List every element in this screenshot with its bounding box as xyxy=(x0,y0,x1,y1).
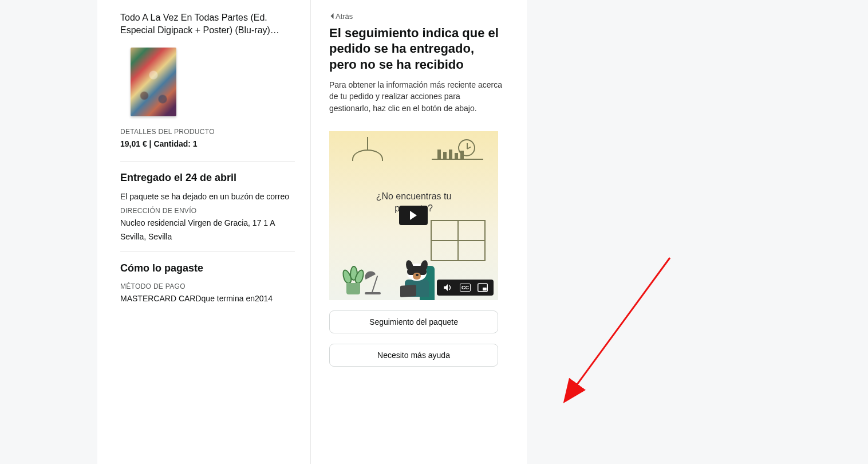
separator xyxy=(120,251,295,252)
svg-line-2 xyxy=(575,258,670,387)
volume-icon[interactable] xyxy=(443,283,453,292)
help-body: Para obtener la información más reciente… xyxy=(329,79,504,114)
window-icon xyxy=(431,220,486,261)
need-more-help-button[interactable]: Necesito más ayuda xyxy=(329,344,498,367)
plant-icon xyxy=(342,254,365,294)
column-divider xyxy=(310,0,311,464)
play-button[interactable] xyxy=(399,206,428,225)
payment-method-value: MASTERCARD CARDque termina en2014 xyxy=(120,294,295,303)
dog-illustration xyxy=(397,257,437,297)
back-link[interactable]: Atrás xyxy=(329,12,353,21)
order-details-column: Todo A La Vez En Todas Partes (Ed. Espec… xyxy=(97,0,312,464)
svg-rect-1 xyxy=(483,288,487,290)
track-package-button[interactable]: Seguimiento del paquete xyxy=(329,310,498,333)
desk-lamp-icon xyxy=(362,266,385,294)
product-details-label: DETALLES DEL PRODUCTO xyxy=(120,128,295,136)
help-column: Atrás El seguimiento indica que el pedid… xyxy=(312,0,527,464)
address-line-1: Nucleo residencial Virgen de Gracia, 17 … xyxy=(120,218,295,227)
delivery-status: El paquete se ha dejado en un buzón de c… xyxy=(120,192,295,201)
separator xyxy=(120,161,295,162)
payment-heading: Cómo lo pagaste xyxy=(120,262,295,274)
address-line-2: Sevilla, Sevilla xyxy=(120,232,295,241)
lamp-icon xyxy=(352,137,383,171)
pip-icon[interactable] xyxy=(478,283,488,292)
product-title: Todo A La Vez En Todas Partes (Ed. Espec… xyxy=(120,11,295,37)
payment-method-label: MÉTODO DE PAGO xyxy=(120,282,295,290)
shipping-address-label: DIRECCIÓN DE ENVÍO xyxy=(120,207,295,215)
help-video[interactable]: ¿No encuentras tu paquete? CC xyxy=(329,131,498,300)
captions-icon[interactable]: CC xyxy=(460,284,471,292)
back-label: Atrás xyxy=(336,12,353,21)
chevron-left-icon xyxy=(329,13,334,19)
order-help-card: Todo A La Vez En Todas Partes (Ed. Espec… xyxy=(97,0,527,464)
video-controls[interactable]: CC xyxy=(437,280,494,296)
shelf-icon xyxy=(432,159,483,160)
delivery-heading: Entregado el 24 de abril xyxy=(120,172,295,184)
product-image xyxy=(131,48,176,116)
price-quantity: 19,01 € | Cantidad: 1 xyxy=(120,139,295,148)
help-title: El seguimiento indica que el pedido se h… xyxy=(329,25,504,73)
